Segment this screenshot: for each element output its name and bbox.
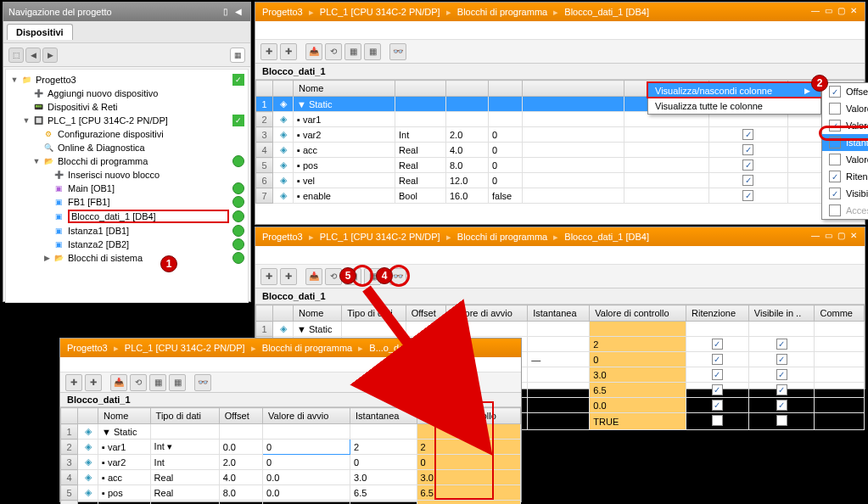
tree-node[interactable]: ▣ Blocco_dati_1 [DB4]: [8, 209, 246, 224]
nav-fwd-icon[interactable]: ▶: [42, 48, 58, 63]
breadcrumb-seg[interactable]: B...o_dati_1 [DB4]: [369, 343, 445, 353]
callout-4: 4: [376, 267, 393, 284]
tree-node[interactable]: ▣ FB1 [FB1]: [8, 195, 246, 209]
status-dot-icon: [232, 155, 244, 167]
max-icon[interactable]: ▢: [835, 231, 847, 243]
checkbox-icon[interactable]: ✓: [829, 188, 841, 199]
tbtn-1[interactable]: ✚: [260, 268, 277, 285]
nav-back-icon[interactable]: ◀: [25, 48, 41, 63]
checkbox[interactable]: ✓: [742, 190, 753, 201]
tbtn-1[interactable]: ✚: [65, 374, 82, 391]
max-icon[interactable]: ▢: [835, 6, 847, 18]
collapse-icon[interactable]: ◀: [235, 7, 245, 17]
checkbox[interactable]: ✓: [742, 129, 753, 140]
checkbox[interactable]: ✓: [742, 144, 753, 155]
breadcrumb-seg[interactable]: Progetto3: [262, 7, 303, 17]
tree-node[interactable]: ▼ 📁 Progetto3✓: [8, 73, 246, 87]
restore-icon[interactable]: ▭: [822, 231, 834, 243]
breadcrumb-seg[interactable]: Blocchi di programma: [457, 232, 547, 242]
breadcrumb-seg[interactable]: Blocchi di programma: [262, 343, 352, 353]
checkbox[interactable]: ✓: [776, 369, 787, 380]
tbtn-glasses[interactable]: 👓: [194, 374, 211, 391]
breadcrumb-seg[interactable]: PLC_1 [CPU 314C-2 PN/DP]: [320, 232, 440, 242]
tree-node[interactable]: ▼ 📂 Blocchi di programma: [8, 154, 246, 168]
tbtn-4[interactable]: ⟲: [130, 374, 147, 391]
checkbox-icon[interactable]: [829, 204, 841, 216]
tbtn-3[interactable]: 📥: [305, 268, 322, 285]
breadcrumb-seg[interactable]: Progetto3: [262, 232, 303, 242]
tree-node[interactable]: ➕ Inserisci nuovo blocco: [8, 168, 246, 182]
tree-node[interactable]: ▣ Istanza2 [DB2]: [8, 238, 246, 251]
checkbox-icon[interactable]: ✓: [829, 86, 841, 98]
restore-icon[interactable]: ▭: [822, 6, 834, 18]
tbtn-5[interactable]: ▦: [344, 43, 361, 60]
tbtn-3[interactable]: 📥: [305, 43, 322, 60]
tbtn-4[interactable]: ⟲: [325, 43, 342, 60]
breadcrumb-seg[interactable]: Blocco_dati_1 [DB4]: [564, 7, 649, 17]
checkbox[interactable]: ✓: [776, 384, 787, 395]
min-icon[interactable]: —: [809, 231, 821, 243]
nav-btn-right[interactable]: ▦: [230, 48, 245, 63]
breadcrumb-seg[interactable]: Blocco_dati_1 [DB4]: [564, 232, 649, 242]
nav-btn-1[interactable]: ⬚: [8, 48, 24, 63]
checkbox[interactable]: ✓: [712, 354, 723, 365]
checkbox[interactable]: ✓: [742, 160, 753, 171]
expand-icon[interactable]: ▶: [42, 254, 52, 262]
ctx-item[interactable]: Visualizza tutte le colonne: [648, 98, 820, 114]
checkbox[interactable]: ✓: [712, 400, 723, 411]
breadcrumb-seg[interactable]: PLC_1 [CPU 314C-2 PN/DP]: [320, 7, 440, 17]
tree-node[interactable]: 📟 Dispositivi & Reti: [8, 100, 246, 114]
tree-node[interactable]: ▼ 🔲 PLC_1 [CPU 314C-2 PN/DP]✓: [8, 114, 246, 127]
checkbox[interactable]: ✓: [712, 369, 723, 380]
expand-icon[interactable]: ▼: [31, 157, 42, 165]
ctx-col-item[interactable]: Valore di controllo: [822, 151, 868, 168]
checkbox[interactable]: ✓: [712, 384, 723, 395]
tree-node[interactable]: ▣ Istanza1 [DB1]: [8, 224, 246, 238]
project-tree[interactable]: ▼ 📁 Progetto3✓ ➕ Aggiungi nuovo disposit…: [5, 69, 249, 303]
check-icon: ✓: [232, 74, 244, 86]
expand-icon[interactable]: ▼: [9, 76, 20, 84]
tree-node[interactable]: ▶ 📂 Blocchi di sistema: [8, 251, 246, 265]
tbtn-6[interactable]: ▦: [364, 43, 381, 60]
checkbox-icon[interactable]: [829, 154, 841, 165]
tbtn-2[interactable]: ✚: [85, 374, 102, 391]
ctx-col-item[interactable]: ✓Offset: [822, 83, 868, 100]
context-menu-top[interactable]: Visualizza/nascondi colonne▶Visualizza t…: [647, 82, 821, 115]
breadcrumb-seg[interactable]: Blocchi di programma: [457, 7, 547, 17]
tree-node[interactable]: ➕ Aggiungi nuovo dispositivo: [8, 87, 246, 100]
ctx-col-item[interactable]: Accessibile da HMI: [822, 202, 868, 219]
tbtn-2[interactable]: ✚: [280, 268, 297, 285]
tree-node[interactable]: ▣ Main [OB1]: [8, 182, 246, 195]
tbtn-6[interactable]: ▦: [169, 374, 186, 391]
tbtn-5[interactable]: ▦: [149, 374, 166, 391]
checkbox[interactable]: ✓: [712, 339, 723, 350]
close-icon[interactable]: ✕: [848, 231, 860, 243]
checkbox[interactable]: ✓: [742, 175, 753, 186]
ctx-col-item[interactable]: ✓Visibile in HMI: [822, 185, 868, 202]
checkbox[interactable]: [712, 415, 723, 426]
toolbar-bl: ✚ ✚ 📥 ⟲ ▦ ▦ 👓: [60, 372, 521, 393]
tbtn-glasses[interactable]: 👓: [389, 43, 406, 60]
ctx-col-item[interactable]: ✓Ritenzione: [822, 168, 868, 185]
tree-node[interactable]: 🔍 Online & Diagnostica: [8, 141, 246, 154]
checkbox[interactable]: ✓: [776, 339, 787, 350]
pin-icon[interactable]: ▯: [223, 7, 233, 17]
tbtn-1[interactable]: ✚: [260, 43, 277, 60]
tbtn-2[interactable]: ✚: [280, 43, 297, 60]
ctx-col-item[interactable]: Valore di default: [822, 100, 868, 117]
context-submenu-columns[interactable]: ✓OffsetValore di default✓Valore di avvio…: [821, 82, 868, 220]
tbtn-3[interactable]: 📥: [110, 374, 127, 391]
checkbox[interactable]: [776, 415, 787, 426]
tab-devices[interactable]: Dispositivi: [7, 24, 73, 40]
breadcrumb-seg[interactable]: Progetto3: [67, 343, 108, 353]
breadcrumb-seg[interactable]: PLC_1 [CPU 314C-2 PN/DP]: [125, 343, 245, 353]
expand-icon[interactable]: ▼: [21, 116, 31, 125]
checkbox[interactable]: ✓: [776, 354, 787, 365]
checkbox-icon[interactable]: ✓: [829, 171, 841, 182]
checkbox-icon[interactable]: [829, 103, 841, 115]
checkbox[interactable]: ✓: [776, 400, 787, 411]
tree-node[interactable]: ⚙ Configurazione dispositivi: [8, 127, 246, 141]
close-icon[interactable]: ✕: [848, 6, 860, 18]
min-icon[interactable]: —: [809, 6, 821, 18]
nav-toolbar: ⬚ ◀ ▶ ▦: [3, 43, 250, 67]
